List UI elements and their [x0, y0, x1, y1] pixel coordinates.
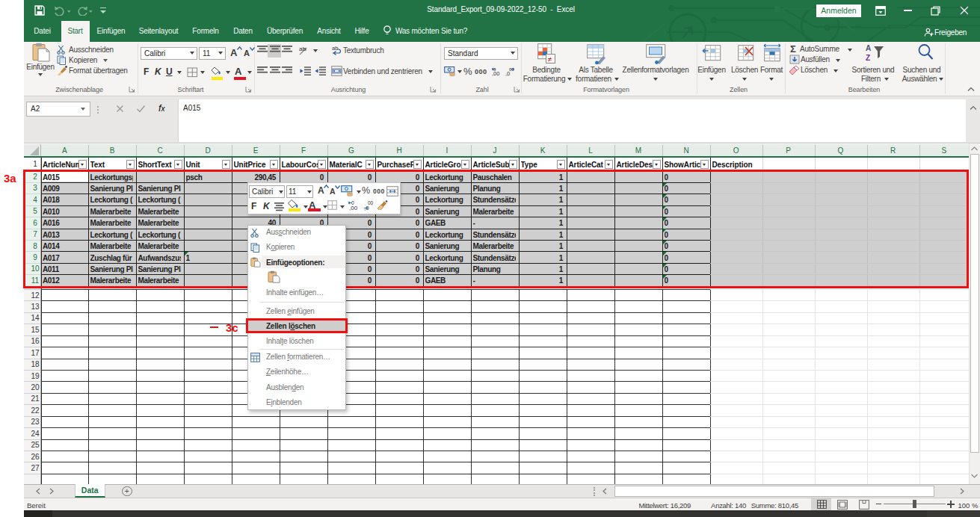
svg-text:Z: Z — [866, 54, 870, 62]
svg-text:ab: ab — [299, 46, 306, 52]
svg-text:ab: ab — [332, 45, 338, 52]
svg-text:,00: ,00 — [349, 205, 358, 211]
svg-text:A: A — [866, 44, 871, 52]
svg-text:00: 00 — [368, 200, 374, 205]
svg-text:≠: ≠ — [548, 55, 552, 64]
